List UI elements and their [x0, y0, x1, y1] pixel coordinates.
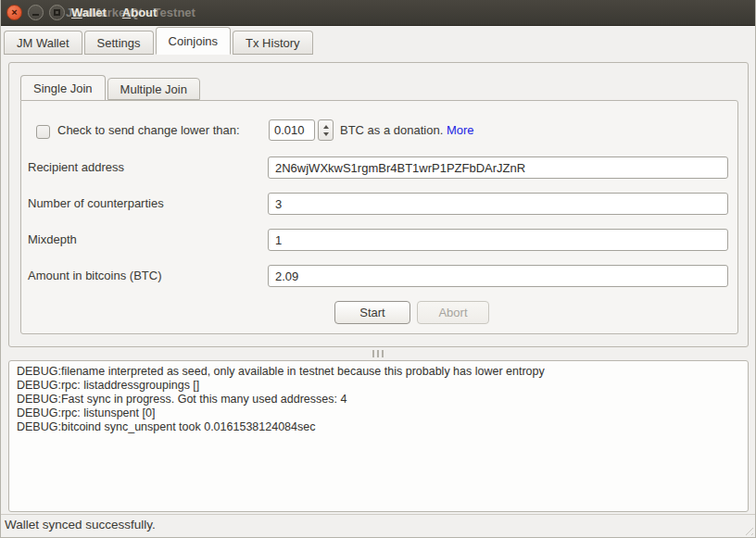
log-line: DEBUG:rpc: listunspent [0] [17, 407, 740, 420]
amount-input[interactable] [268, 265, 728, 287]
mixdepth-label: Mixdepth [28, 232, 77, 247]
counterparties-input[interactable] [268, 193, 728, 215]
spin-down-icon[interactable] [323, 132, 329, 136]
join-subtabs: Single Join Multiple Join [20, 75, 202, 100]
abort-button[interactable]: Abort [417, 301, 489, 324]
donation-suffix: BTC as a donation. More [340, 123, 474, 137]
menu-wallet[interactable]: Wallet [71, 6, 107, 19]
tab-settings[interactable]: Settings [84, 31, 154, 55]
donation-suffix-text: BTC as a donation. [340, 123, 447, 137]
recipient-address-label: Recipient address [28, 160, 124, 175]
menu-about[interactable]: About [122, 6, 158, 19]
donation-amount-spinbox[interactable] [269, 119, 315, 141]
main-tabbar: JM Wallet Settings Coinjoins Tx History [1, 26, 755, 55]
status-message: Wallet synced successfully. [5, 518, 156, 532]
log-line: DEBUG:rpc: listaddressgroupings [] [17, 379, 740, 393]
tab-single-join[interactable]: Single Join [20, 75, 106, 100]
start-button[interactable]: Start [334, 301, 410, 324]
more-link[interactable]: More [447, 123, 474, 137]
mixdepth-input[interactable] [268, 229, 728, 251]
close-icon: × [11, 7, 17, 18]
menubar: Wallet About [71, 6, 157, 19]
minimize-button[interactable] [28, 5, 44, 20]
debug-log[interactable]: DEBUG:filename interpreted as seed, only… [8, 360, 749, 512]
spin-up-icon[interactable] [323, 125, 329, 129]
close-button[interactable]: × [6, 5, 22, 20]
statusbar: Wallet synced successfully. [1, 514, 755, 537]
single-join-pane: Check to send change lower than: BTC as … [20, 100, 738, 334]
donation-spinner-arrows[interactable] [318, 119, 334, 141]
counterparties-label: Number of counterparties [28, 196, 164, 211]
resize-grip[interactable] [742, 524, 753, 535]
log-line: DEBUG:filename interpreted as seed, only… [17, 365, 740, 379]
donation-label: Check to send change lower than: [57, 123, 240, 137]
amount-label: Amount in bitcoins (BTC) [28, 269, 162, 283]
tab-tx-history[interactable]: Tx History [233, 31, 313, 55]
tab-coinjoins[interactable]: Coinjoins [156, 27, 231, 55]
maximize-icon [54, 9, 60, 16]
coinjoins-panel: Single Join Multiple Join Check to send … [8, 62, 749, 347]
splitter-grip-icon [372, 350, 384, 357]
log-line: DEBUG:Fast sync in progress. Got this ma… [17, 393, 740, 407]
app-window: × JoinMarketQt - Testnet Wallet About JM… [0, 0, 756, 538]
tab-multiple-join[interactable]: Multiple Join [107, 78, 200, 100]
splitter-handle[interactable] [1, 348, 755, 359]
minimize-icon [32, 14, 39, 16]
maximize-button[interactable] [49, 5, 65, 20]
tab-jm-wallet[interactable]: JM Wallet [4, 31, 82, 55]
titlebar[interactable]: × JoinMarketQt - Testnet Wallet About [1, 0, 755, 26]
donation-checkbox[interactable] [36, 125, 50, 139]
log-line: DEBUG:bitcoind sync_unspent took 0.01615… [17, 420, 740, 434]
recipient-address-input[interactable] [268, 156, 728, 179]
